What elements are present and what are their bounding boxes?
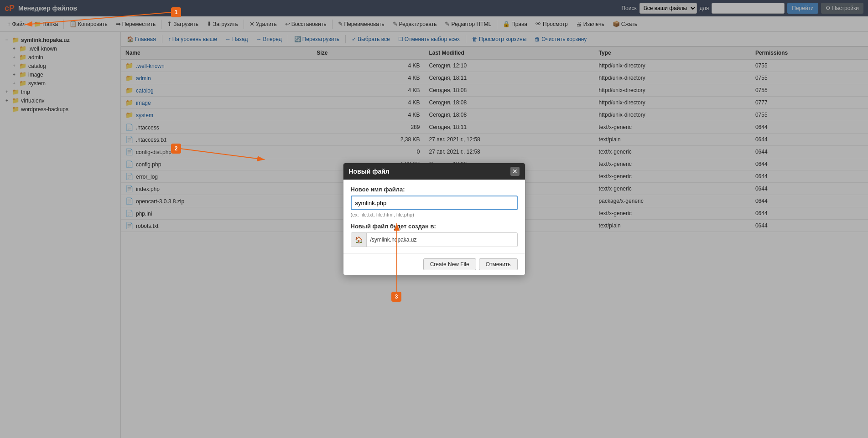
create-new-file-button[interactable]: Create New File [423,258,476,270]
location-label: Новый файл будет создан в: [351,223,518,230]
modal-close-button[interactable]: ✕ [510,167,520,176]
modal-title: Новый файл [349,168,390,175]
cancel-button[interactable]: Отменить [479,258,518,270]
location-path-wrap: 🏠 /symlink.hopaka.uz [351,232,518,247]
modal-body: Новое имя файла: (ex: file.txt, file.htm… [343,180,525,253]
location-path-value: /symlink.hopaka.uz [367,237,517,243]
new-filename-input[interactable] [351,196,518,210]
modal-footer: Create New File Отменить [343,253,525,275]
modal-header: Новый файл ✕ [343,163,525,180]
filename-label: Новое имя файла: [351,186,518,193]
modal-overlay: Новый файл ✕ Новое имя файла: (ex: file.… [0,0,868,438]
home-path-icon: 🏠 [351,233,367,247]
filename-hint: (ex: file.txt, file.html, file.php) [351,212,518,217]
new-file-modal: Новый файл ✕ Новое имя файла: (ex: file.… [343,163,525,275]
